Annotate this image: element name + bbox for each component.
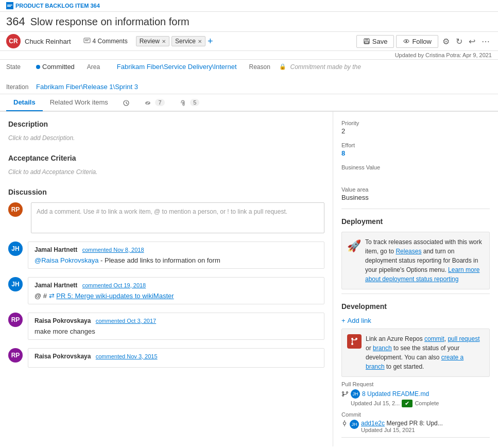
author-name: Chuck Reinhart bbox=[25, 38, 71, 45]
follow-button[interactable]: Follow bbox=[396, 35, 438, 48]
learn-more-link[interactable]: Learn more about deployment status repor… bbox=[365, 266, 479, 283]
development-title: Development bbox=[341, 302, 490, 311]
priority-field: Priority 2 bbox=[341, 120, 490, 135]
save-button[interactable]: Save bbox=[356, 35, 394, 48]
lock-icon: 🔒 bbox=[279, 63, 286, 70]
pr-meta: Updated Jul 15, 2... ✔ Complete bbox=[341, 400, 490, 407]
commit-item: JH add1e2c Merged PR 8: Upd... Updated J… bbox=[341, 420, 490, 433]
reason-value: Commitment made by the bbox=[290, 63, 361, 71]
links-icon bbox=[144, 99, 151, 107]
priority-label: Priority bbox=[341, 120, 490, 126]
comment-date-2[interactable]: commented Oct 19, 2018 bbox=[82, 282, 146, 288]
comment-body-2: Jamal Hartnett commented Oct 19, 2018 @ … bbox=[28, 277, 324, 304]
comment-input-area: RP Add a comment. Use # to link a work i… bbox=[8, 202, 324, 233]
releases-link[interactable]: Releases bbox=[396, 248, 421, 255]
add-tag-button[interactable]: + bbox=[208, 36, 213, 47]
comment-item-3: RP Raisa Pokrovskaya commented Oct 3, 20… bbox=[8, 313, 324, 340]
priority-value: 2 bbox=[341, 127, 490, 135]
comment-icon bbox=[83, 38, 91, 45]
settings-button[interactable]: ⚙ bbox=[440, 35, 452, 48]
effort-value: 8 bbox=[341, 149, 490, 157]
more-button[interactable]: ⋯ bbox=[479, 35, 492, 48]
comment-header-3: Raisa Pokrovskaya commented Oct 3, 2017 bbox=[35, 317, 318, 324]
save-icon bbox=[363, 38, 370, 45]
details-panel: Priority 2 Effort 8 Business Value Value… bbox=[341, 120, 490, 201]
pr-link-2[interactable]: PR 5: Merge wiki-updates to wikiMaster bbox=[56, 292, 174, 300]
description-section: Description Click to add Description. bbox=[8, 120, 324, 142]
create-branch-link[interactable]: create a branch bbox=[366, 354, 463, 370]
svg-rect-2 bbox=[7, 6, 11, 7]
svg-rect-0 bbox=[6, 2, 13, 9]
comment-item-4: RP Raisa Pokrovskaya commented Nov 3, 20… bbox=[8, 348, 324, 368]
comment-avatar-4: RP bbox=[8, 348, 23, 363]
tab-history[interactable] bbox=[115, 94, 137, 112]
deployment-section: Deployment 🚀 To track releases associate… bbox=[341, 217, 490, 289]
comment-text-3: make more changes bbox=[35, 328, 318, 335]
updated-info: Updated by Cristina Potra: Apr 9, 2021 bbox=[0, 51, 498, 60]
comment-header-1: Jamal Hartnett commented Nov 8, 2018 bbox=[35, 246, 318, 253]
effort-label: Effort bbox=[341, 142, 490, 148]
action-buttons: Save Follow ⚙ ↻ ↩ ⋯ bbox=[356, 35, 492, 48]
comment-input[interactable]: Add a comment. Use # to link a work item… bbox=[31, 202, 324, 233]
commit-hash-link[interactable]: add1e2c bbox=[361, 420, 385, 427]
svg-rect-1 bbox=[7, 5, 12, 6]
svg-point-20 bbox=[347, 391, 348, 393]
actions-bar: CR Chuck Reinhart 4 Comments Review ✕ Se… bbox=[0, 32, 498, 51]
acceptance-placeholder[interactable]: Click to add Acceptance Criteria. bbox=[8, 168, 324, 176]
links-badge: 7 bbox=[155, 99, 164, 106]
comment-text-1: @Raisa Pokrovskaya - Please add links to… bbox=[35, 256, 318, 264]
history-icon bbox=[123, 99, 130, 107]
tag-review[interactable]: Review ✕ bbox=[136, 36, 169, 46]
comment-body-3: Raisa Pokrovskaya commented Oct 3, 2017 … bbox=[28, 313, 324, 340]
business-value-field: Business Value bbox=[341, 164, 490, 179]
tab-bar: Details Related Work items 7 5 bbox=[0, 94, 498, 112]
area-value[interactable]: Fabrikam Fiber\Service Delivery\Internet bbox=[117, 63, 237, 71]
tab-attachments[interactable]: 5 bbox=[172, 94, 207, 112]
dev-info-box: Link an Azure Repos commit, pull request… bbox=[341, 329, 490, 377]
state-dot bbox=[36, 65, 40, 69]
comment-date-1[interactable]: commented Nov 8, 2018 bbox=[82, 247, 144, 253]
branch-text-link[interactable]: branch bbox=[373, 344, 392, 352]
comment-item: JH Jamal Hartnett commented Nov 8, 2018 … bbox=[8, 242, 324, 269]
comment-body-4: Raisa Pokrovskaya commented Nov 3, 2015 bbox=[28, 348, 324, 368]
comment-date-3[interactable]: commented Oct 3, 2017 bbox=[96, 318, 156, 324]
comment-author-3: Raisa Pokrovskaya bbox=[35, 317, 91, 324]
author-avatar: CR bbox=[6, 34, 21, 48]
product-icon bbox=[6, 2, 13, 9]
rocket-icon: 🚀 bbox=[347, 237, 361, 284]
commit-label: Commit bbox=[341, 411, 490, 418]
tab-related-work[interactable]: Related Work items bbox=[43, 94, 115, 111]
area-field: Area Fabrikam Fiber\Service Delivery\Int… bbox=[87, 63, 237, 71]
acceptance-section: Acceptance Criteria Click to add Accepta… bbox=[8, 154, 324, 176]
item-title: Slow response on information form bbox=[30, 16, 190, 28]
comment-date-4[interactable]: commented Nov 3, 2015 bbox=[96, 353, 158, 359]
comment-avatar-1: JH bbox=[8, 242, 23, 256]
tab-links[interactable]: 7 bbox=[137, 94, 172, 112]
tags-container: Review ✕ Service ✕ + bbox=[136, 36, 213, 47]
tag-service[interactable]: Service ✕ bbox=[171, 36, 205, 46]
tab-details[interactable]: Details bbox=[6, 94, 43, 111]
discussion-section: Discussion RP Add a comment. Use # to li… bbox=[8, 188, 324, 368]
pr-section-label: Pull Request bbox=[341, 381, 490, 387]
related-work-section: Related Work + Add link ▾ Add an existin… bbox=[341, 446, 490, 446]
comment-author-1: Jamal Hartnett bbox=[35, 246, 77, 253]
comment-header-4: Raisa Pokrovskaya commented Nov 3, 2015 bbox=[35, 353, 318, 360]
tag-review-remove[interactable]: ✕ bbox=[162, 39, 166, 44]
refresh-button[interactable]: ↻ bbox=[454, 35, 465, 48]
pr-number[interactable]: 8 Updated README.md bbox=[362, 390, 429, 398]
tag-service-remove[interactable]: ✕ bbox=[198, 39, 202, 44]
dev-add-link[interactable]: + Add link bbox=[341, 317, 490, 324]
divider-2 bbox=[341, 294, 490, 294]
pr-icon bbox=[341, 390, 349, 398]
commit-link[interactable]: commit bbox=[424, 335, 444, 342]
description-placeholder[interactable]: Click to add Description. bbox=[8, 134, 324, 142]
iteration-value[interactable]: Fabrikam Fiber\Release 1\Sprint 3 bbox=[36, 83, 138, 91]
comment-item-2: JH Jamal Hartnett commented Oct 19, 2018… bbox=[8, 277, 324, 304]
undo-button[interactable]: ↩ bbox=[467, 35, 477, 48]
value-area-value: Business bbox=[341, 194, 490, 201]
related-work-title: Related Work bbox=[341, 446, 490, 446]
commit-date: Updated Jul 15, 2021 bbox=[361, 427, 443, 433]
pr-text-link[interactable]: pull request bbox=[448, 335, 479, 342]
business-value bbox=[341, 171, 490, 179]
comment-author-2: Jamal Hartnett bbox=[35, 282, 77, 289]
